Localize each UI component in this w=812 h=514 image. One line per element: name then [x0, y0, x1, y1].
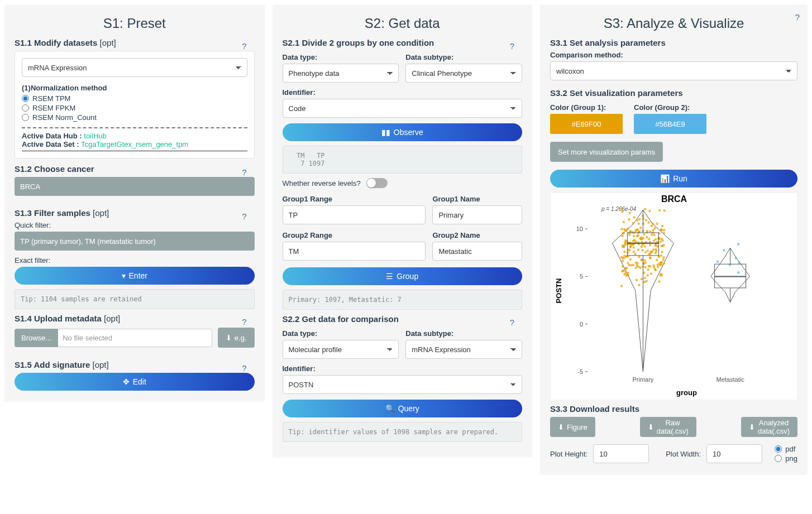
query-button[interactable]: 🔍Query — [283, 400, 523, 417]
svg-point-217 — [643, 233, 645, 236]
svg-point-57 — [628, 218, 630, 220]
plot-width-input[interactable] — [706, 444, 762, 463]
comparison-method-select[interactable]: wilcoxon — [550, 61, 797, 80]
svg-point-145 — [661, 251, 663, 253]
svg-point-148 — [632, 239, 634, 242]
radio-rsem-fpkm[interactable]: RSEM FPKM — [22, 104, 247, 112]
download-raw-button[interactable]: ⬇Raw data(.csv) — [640, 417, 696, 437]
data-type-label: Data type: — [283, 53, 399, 61]
svg-point-177 — [661, 239, 663, 242]
group2-range-input[interactable] — [283, 242, 426, 261]
data-type-select[interactable]: Phenotype data — [283, 64, 399, 83]
svg-point-58 — [658, 209, 660, 211]
s1-title: S1: Preset — [15, 16, 255, 31]
s11-box: mRNA Expression (1)Normalization method … — [15, 51, 255, 158]
edit-button[interactable]: ✥Edit — [15, 373, 255, 391]
s33-heading: S3.3 Download results — [550, 404, 797, 414]
svg-point-190 — [625, 229, 627, 232]
svg-point-65 — [629, 264, 632, 266]
svg-point-169 — [632, 251, 634, 253]
svg-point-89 — [636, 219, 638, 221]
observe-button[interactable]: ▮▮Observe — [283, 123, 523, 141]
result-plot: -50510BRCAp = 1.266e-04POSTNgroupPrimary… — [551, 193, 797, 400]
svg-point-168 — [623, 254, 625, 257]
svg-point-227 — [647, 221, 649, 223]
active-set: Active Data Set : TcgaTargetGtex_rsem_ge… — [22, 140, 247, 148]
group2-name-input[interactable] — [432, 242, 522, 261]
radio-png[interactable]: png — [775, 454, 797, 463]
svg-text:group: group — [676, 388, 697, 397]
svg-point-224 — [634, 266, 637, 268]
panel-s1: S1: Preset S1.1 Modify datasets [opt] ? … — [4, 4, 265, 402]
download-icon: ⬇ — [558, 423, 564, 431]
radio-rsem-tpm[interactable]: RSEM TPM — [22, 94, 247, 103]
svg-point-133 — [661, 274, 663, 276]
svg-point-160 — [633, 216, 635, 218]
svg-point-178 — [663, 209, 665, 212]
download-figure-button[interactable]: ⬇Figure — [550, 417, 595, 437]
more-viz-params-button[interactable]: Set more visualization params — [550, 142, 663, 162]
svg-point-55 — [638, 284, 640, 286]
svg-text:5: 5 — [579, 273, 582, 280]
group1-name-input[interactable] — [432, 205, 522, 224]
group-button[interactable]: ☰Group — [283, 267, 523, 285]
help-icon[interactable]: ? — [510, 318, 514, 327]
svg-point-75 — [621, 235, 623, 237]
color1-swatch[interactable]: #E69F00 — [550, 114, 623, 134]
help-icon[interactable]: ? — [242, 317, 246, 326]
svg-point-242 — [723, 249, 725, 251]
plot-height-input[interactable] — [593, 444, 649, 463]
svg-point-155 — [651, 223, 653, 225]
data-subtype-select[interactable]: Clinical Phenotype — [405, 64, 522, 83]
radio-pdf[interactable]: pdf — [775, 445, 797, 453]
help-icon[interactable]: ? — [242, 41, 246, 51]
svg-point-212 — [652, 239, 655, 242]
s22-identifier-select[interactable]: POSTN — [283, 375, 523, 394]
svg-point-243 — [737, 243, 739, 245]
svg-point-229 — [653, 266, 655, 268]
svg-point-86 — [634, 253, 636, 255]
reverse-toggle[interactable] — [366, 178, 388, 188]
svg-point-35 — [649, 230, 651, 232]
chart-icon: 📊 — [660, 174, 670, 183]
help-icon[interactable]: ? — [510, 41, 514, 51]
svg-point-170 — [661, 225, 663, 227]
help-icon[interactable]: ? — [242, 363, 246, 373]
s22-data-type-select[interactable]: Molecular profile — [283, 340, 399, 359]
help-icon[interactable]: ? — [242, 167, 246, 177]
cancer-select[interactable]: BRCA — [15, 177, 255, 196]
svg-point-207 — [662, 244, 665, 246]
help-icon[interactable]: ? — [795, 12, 800, 22]
color2-swatch[interactable]: #56B4E9 — [634, 114, 706, 134]
svg-point-112 — [620, 207, 623, 209]
svg-text:Primary: Primary — [632, 376, 653, 383]
quick-filter-select[interactable]: TP (primary tumor), TM (metastatic tumor… — [15, 232, 255, 251]
svg-point-105 — [653, 234, 655, 236]
help-icon[interactable]: ? — [242, 212, 246, 221]
download-analyzed-button[interactable]: ⬇Analyzed data(.csv) — [741, 417, 797, 437]
group1-range-input[interactable] — [283, 205, 426, 224]
svg-point-138 — [628, 232, 630, 234]
dataset-select[interactable]: mRNA Expression — [22, 58, 247, 77]
filter-tip: Tip: 1104 samples are retained — [15, 289, 255, 309]
active-hub: Active Data Hub : toilHub — [22, 132, 247, 140]
svg-point-102 — [625, 267, 627, 269]
svg-point-174 — [640, 246, 642, 248]
svg-point-245 — [716, 261, 718, 263]
svg-point-97 — [650, 225, 652, 227]
file-input[interactable]: Browse... No file selected — [15, 329, 212, 347]
browse-button[interactable]: Browse... — [15, 329, 58, 347]
svg-point-137 — [660, 262, 662, 264]
run-button[interactable]: 📊Run — [550, 170, 797, 188]
identifier-select[interactable]: Code — [283, 99, 523, 118]
svg-point-147 — [658, 264, 661, 266]
svg-point-161 — [636, 228, 638, 230]
svg-point-244 — [738, 262, 740, 264]
svg-point-165 — [646, 231, 648, 233]
svg-point-195 — [654, 244, 656, 247]
example-button[interactable]: ⬇e.g. — [218, 328, 255, 348]
enter-button[interactable]: ▾Enter — [15, 267, 255, 285]
svg-point-219 — [640, 258, 642, 261]
radio-rsem-norm[interactable]: RSEM Norm_Count — [22, 113, 247, 122]
s22-data-subtype-select[interactable]: mRNA Expression — [405, 340, 522, 359]
